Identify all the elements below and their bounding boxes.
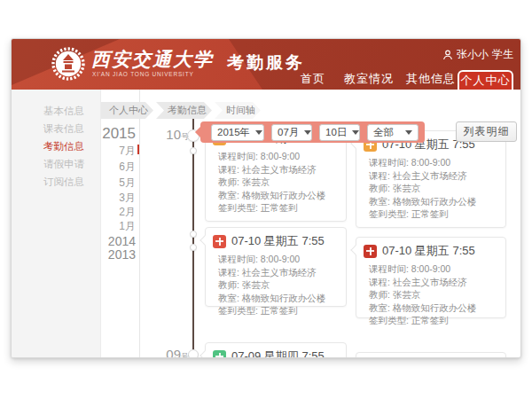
screenshot-stage: 西安交通大学 XI'AN JIAO TONG UNIVERSITY 考勤服务 张… [0,0,532,399]
rail-month-mar[interactable]: 3月 [119,191,136,206]
attendance-app-window: 西安交通大学 XI'AN JIAO TONG UNIVERSITY 考勤服务 张… [11,38,521,358]
card-title: 07-10 星期五 7:55 [231,233,325,249]
rail-year-2015[interactable]: 2015 [102,125,136,143]
card-line: 课程时间: 8:00-9:00 [218,151,346,161]
sidebar-item-leave-request[interactable]: 请假申请 [12,155,100,173]
card-line: 课程: 社会主义市场经济 [369,170,505,181]
card-line: 教室: 格物致知行政办公楼 [369,302,505,313]
card-line: 课程: 社会主义市场经济 [218,267,346,278]
rail-month-may[interactable]: 5月 [119,176,136,191]
card-line: 教师: 张芸京 [218,279,346,290]
user-name: 张小小 [457,47,489,62]
sidebar-item-schedule[interactable]: 课表信息 [12,120,100,137]
app-header: 西安交通大学 XI'AN JIAO TONG UNIVERSITY 考勤服务 张… [12,39,520,90]
timeline-node-small [190,147,197,154]
sign-in-type-icon [364,245,377,258]
breadcrumb-attendance[interactable]: 考勤信息 [156,102,212,119]
date-rail: 2015 7月 6月 5月 3月 2月 1月 2014 2013 [98,39,138,357]
card-title: 07-09 星期四 7:55 [231,348,325,358]
timeline-node-large [188,349,199,358]
timeline-node-small [190,244,197,251]
sidebar-item-subscription[interactable]: 订阅信息 [12,173,100,191]
service-title: 考勤服务 [227,51,305,74]
day-marker-09: 09号 [152,347,189,358]
card-line: 签到类型: 正常签到 [369,315,505,325]
attendance-card[interactable]: 07-10 星期五 7:55 课程时间: 8:00-9:00 课程: 社会主义市… [356,237,506,318]
month-select[interactable]: 07月 [271,124,312,141]
university-logo-icon [51,46,86,82]
day-marker-10: 10号 [152,127,189,143]
attendance-card[interactable]: 07-09 星期四 7:55 [205,342,347,358]
card-line: 签到类型: 正常签到 [218,305,346,316]
nav-item-classrooms[interactable]: 教室情况 [344,71,394,87]
caret-down-icon [304,130,311,135]
attendance-card[interactable]: 07-10 星期五 7:55 课程时间: 8:00-9:00 课程: 社会主义市… [356,130,506,228]
rail-year-2014[interactable]: 2014 [108,234,136,248]
type-select[interactable]: 全部 [367,124,419,141]
user-icon [442,50,453,60]
card-line: 教师: 张芸京 [369,183,505,193]
card-line: 教室: 格物致知行政办公楼 [218,293,346,303]
card-line: 课程时间: 8:00-9:00 [369,157,505,168]
sign-in-type-icon [213,350,226,359]
list-detail-button[interactable]: 列表明细 [456,121,517,142]
date-filter-bar: 2015年 07月 10日 全部 [200,121,425,143]
breadcrumb: 个人中心 考勤信息 时间轴 [101,102,263,119]
rail-month-jun[interactable]: 6月 [119,160,136,175]
sidebar: 基本信息 课表信息 考勤信息 请假申请 订阅信息 [12,90,101,358]
caret-down-icon [405,130,412,135]
user-info[interactable]: 张小小 学生 [442,47,513,62]
card-line: 课程: 社会主义市场经济 [218,164,346,175]
breadcrumb-timeline[interactable]: 时间轴 [215,102,261,119]
card-line: 签到类型: 正常签到 [369,208,505,219]
card-line: 课程时间: 8:00-9:00 [218,254,346,264]
attendance-card-partial[interactable] [356,352,506,358]
card-line: 课程: 社会主义市场经济 [369,277,505,287]
card-line: 签到类型: 正常签到 [218,202,346,213]
caret-down-icon [255,130,262,135]
rail-year-2013[interactable]: 2013 [108,247,136,262]
breadcrumb-personal-center[interactable]: 个人中心 [101,102,153,119]
rail-month-jul[interactable]: 7月 [119,144,136,159]
year-select[interactable]: 2015年 [211,124,264,141]
sidebar-item-basic-info[interactable]: 基本信息 [12,102,100,120]
card-line: 课程时间: 8:00-9:00 [369,263,505,274]
card-line: 教师: 张芸京 [218,176,346,187]
rail-divider [139,90,140,358]
nav-tab-personal-center[interactable]: 个人中心 [458,70,513,90]
rail-month-feb[interactable]: 2月 [119,205,136,220]
card-line: 教室: 格物致知行政办公楼 [218,190,346,200]
nav-item-other[interactable]: 其他信息 [406,71,456,87]
card-line: 教室: 格物致知行政办公楼 [369,196,505,207]
card-line: 教师: 张芸京 [369,289,505,300]
attendance-card[interactable]: 07-10 星期五 7:55 课程时间: 8:00-9:00 课程: 社会主义市… [205,227,347,307]
nav-item-home[interactable]: 首页 [301,71,325,87]
caret-down-icon [352,130,359,135]
sign-in-type-icon [213,235,226,248]
rail-month-jan[interactable]: 1月 [119,219,136,234]
timeline-node-small [190,231,197,238]
day-select[interactable]: 10日 [319,124,360,141]
user-role: 学生 [492,47,513,62]
card-title: 07-10 星期五 7:55 [382,243,475,259]
sidebar-item-attendance[interactable]: 考勤信息 [12,137,100,155]
